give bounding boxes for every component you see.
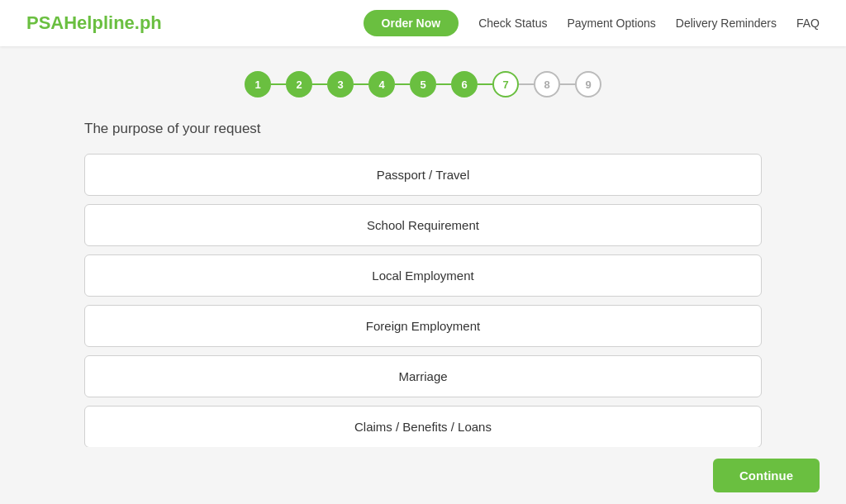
option-btn-0[interactable]: Passport / Travel: [84, 154, 762, 196]
step-indicator: 123456789: [84, 71, 762, 97]
option-btn-3[interactable]: Foreign Employment: [84, 305, 762, 347]
option-btn-1[interactable]: School Requirement: [84, 204, 762, 246]
order-now-button[interactable]: Order Now: [364, 10, 459, 36]
payment-options-link[interactable]: Payment Options: [567, 17, 655, 30]
step-2: 2: [286, 71, 312, 97]
step-line-2: [312, 83, 327, 85]
option-btn-5[interactable]: Claims / Benefits / Loans: [84, 406, 762, 448]
step-line-7: [519, 83, 534, 85]
step-line-5: [436, 83, 451, 85]
nav: Order Now Check Status Payment Options D…: [364, 10, 820, 36]
footer-bar: Continue: [0, 447, 846, 504]
step-8: 8: [534, 71, 560, 97]
step-line-3: [354, 83, 368, 85]
check-status-link[interactable]: Check Status: [478, 17, 547, 30]
delivery-reminders-link[interactable]: Delivery Reminders: [676, 17, 777, 30]
step-line-6: [478, 83, 492, 85]
page-title: The purpose of your request: [84, 121, 762, 137]
step-3: 3: [327, 71, 354, 97]
step-5: 5: [410, 71, 436, 97]
logo: PSAHelpline.ph: [26, 12, 162, 34]
step-line-4: [395, 83, 410, 85]
option-btn-4[interactable]: Marriage: [84, 355, 762, 397]
step-1: 1: [245, 71, 271, 97]
main-content: 123456789 The purpose of your request Pa…: [68, 46, 778, 504]
step-7: 7: [492, 71, 519, 97]
faq-link[interactable]: FAQ: [796, 17, 820, 30]
option-btn-2[interactable]: Local Employment: [84, 254, 762, 297]
step-6: 6: [451, 71, 478, 97]
step-4: 4: [368, 71, 395, 97]
header: PSAHelpline.ph Order Now Check Status Pa…: [0, 0, 846, 46]
continue-button[interactable]: Continue: [713, 459, 820, 492]
step-line-1: [271, 83, 286, 85]
step-9: 9: [575, 71, 601, 97]
step-line-8: [560, 83, 575, 85]
